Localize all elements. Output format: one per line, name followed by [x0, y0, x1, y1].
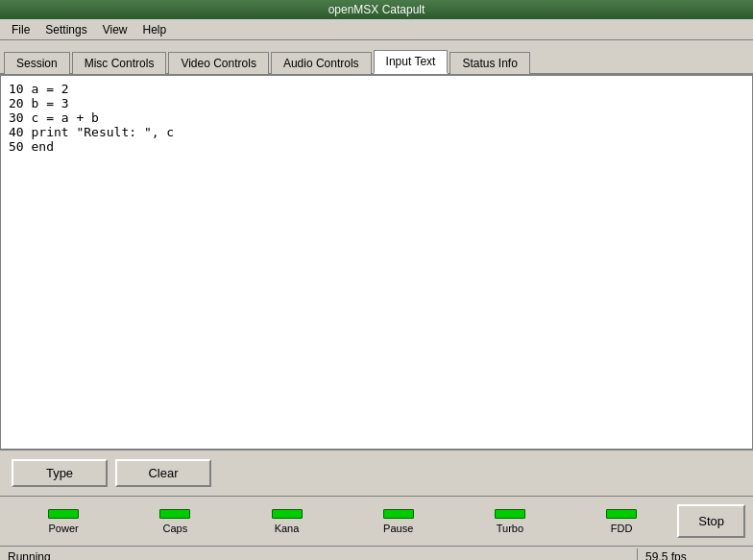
title-bar: openMSX Catapult [0, 0, 753, 19]
indicator-bar: Power Caps Kana Pause Turbo FDD Stop [0, 496, 753, 546]
tab-status-info[interactable]: Status Info [449, 52, 529, 74]
indicator-fdd: FDD [566, 509, 677, 534]
tab-video-controls[interactable]: Video Controls [168, 52, 269, 74]
stop-button[interactable]: Stop [677, 504, 745, 538]
pause-label: Pause [383, 523, 413, 534]
menu-help[interactable]: Help [135, 21, 175, 38]
menu-settings[interactable]: Settings [37, 21, 94, 38]
status-bar: Running 59,5 fps [0, 546, 753, 560]
pause-led [383, 509, 414, 519]
tab-session[interactable]: Session [4, 52, 70, 74]
title-text: openMSX Catapult [328, 3, 425, 16]
turbo-label: Turbo [497, 523, 523, 534]
caps-label: Caps [162, 523, 187, 534]
button-bar: Type Clear [0, 450, 753, 496]
indicator-caps: Caps [119, 509, 231, 534]
tab-audio-controls[interactable]: Audio Controls [271, 52, 372, 74]
tab-bar: Session Misc Controls Video Controls Aud… [0, 40, 753, 75]
status-text: Running [0, 548, 638, 561]
indicator-pause: Pause [343, 509, 454, 534]
clear-button[interactable]: Clear [115, 459, 211, 487]
indicator-power: Power [8, 509, 119, 534]
power-led [48, 509, 79, 519]
tab-misc-controls[interactable]: Misc Controls [72, 52, 167, 74]
indicator-turbo: Turbo [454, 509, 566, 534]
menu-file[interactable]: File [4, 21, 37, 38]
menu-bar: File Settings View Help [0, 19, 753, 40]
indicator-kana: Kana [231, 509, 342, 534]
kana-led [272, 509, 303, 519]
fdd-led [606, 509, 637, 519]
menu-view[interactable]: View [95, 21, 135, 38]
caps-led [159, 509, 190, 519]
tab-input-text[interactable]: Input Text [374, 50, 449, 74]
input-text-area[interactable]: 10 a = 2 20 b = 3 30 c = a + b 40 print … [0, 75, 753, 450]
fdd-label: FDD [611, 523, 633, 534]
fps-text: 59,5 fps [638, 548, 753, 561]
turbo-led [495, 509, 525, 519]
type-button[interactable]: Type [12, 459, 108, 487]
kana-label: Kana [275, 523, 300, 534]
power-label: Power [49, 523, 79, 534]
